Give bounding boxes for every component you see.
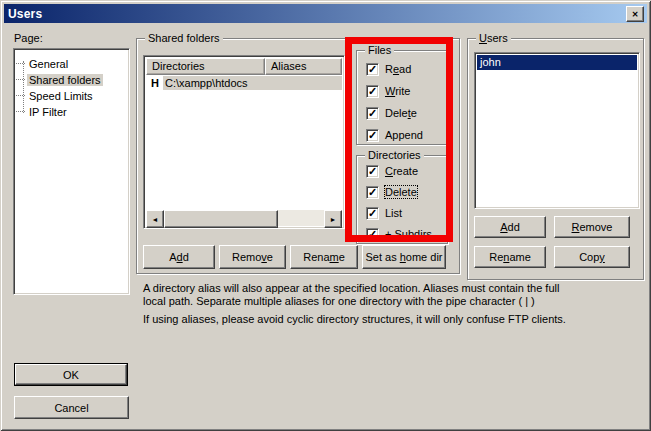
- close-icon: ✕: [632, 10, 639, 19]
- horizontal-scrollbar[interactable]: ◄ ►: [146, 210, 342, 226]
- add-directory-button[interactable]: Add: [143, 245, 215, 269]
- scrollbar-track[interactable]: [278, 210, 324, 226]
- tree-item-speed-limits[interactable]: Speed Limits: [16, 88, 95, 103]
- users-listbox: john: [474, 52, 640, 209]
- users-dialog: Users ✕ Page: General Shared folders Spe…: [0, 0, 651, 431]
- directory-row[interactable]: H C:\xampp\htdocs: [146, 75, 342, 91]
- users-group-caption: Users: [476, 32, 511, 44]
- ok-button-default-border: OK: [14, 363, 128, 386]
- page-tree: General Shared folders Speed Limits IP F…: [13, 48, 130, 295]
- set-as-home-dir-button[interactable]: Set as home dir: [362, 245, 446, 269]
- tree-connector: [16, 95, 25, 96]
- tree-connector: [16, 63, 25, 64]
- title-bar[interactable]: Users ✕: [4, 4, 647, 23]
- column-header-directories[interactable]: Directories: [146, 58, 265, 75]
- tree-item-general[interactable]: General: [16, 56, 70, 71]
- user-item-john[interactable]: john: [477, 55, 637, 70]
- tree-item-shared-folders[interactable]: Shared folders: [16, 72, 103, 87]
- rename-directory-button[interactable]: Rename: [290, 245, 358, 269]
- home-dir-flag: H: [149, 77, 161, 89]
- close-button[interactable]: ✕: [626, 6, 644, 22]
- remove-user-button[interactable]: Remove: [554, 216, 630, 238]
- tree-connector: [16, 79, 25, 80]
- alias-note-paragraph-2: If using aliases, please avoid cyclic di…: [143, 313, 567, 326]
- cancel-button[interactable]: Cancel: [14, 396, 129, 419]
- tree-connector: [16, 111, 25, 112]
- add-user-button[interactable]: Add: [474, 216, 546, 238]
- directories-list: Directories Aliases H C:\xampp\htdocs ◄ …: [143, 55, 345, 229]
- directory-path-cell: C:\xampp\htdocs: [163, 76, 342, 90]
- arrow-right-icon: ►: [330, 216, 337, 223]
- annotation-rectangle: [345, 37, 453, 242]
- alias-note-paragraph-1: A directory alias will also appear at th…: [143, 282, 567, 308]
- rename-user-button[interactable]: Rename: [474, 246, 546, 268]
- ok-button[interactable]: OK: [15, 364, 127, 385]
- scrollbar-thumb[interactable]: [164, 210, 278, 228]
- remove-directory-button[interactable]: Remove: [219, 245, 286, 269]
- column-header-aliases[interactable]: Aliases: [265, 58, 342, 75]
- shared-folders-caption: Shared folders: [145, 32, 223, 44]
- tree-item-ip-filter[interactable]: IP Filter: [16, 104, 69, 119]
- alias-notes: A directory alias will also appear at th…: [143, 282, 567, 326]
- list-header: Directories Aliases: [146, 58, 342, 75]
- scroll-left-button[interactable]: ◄: [146, 210, 164, 228]
- scroll-right-button[interactable]: ►: [324, 210, 342, 228]
- copy-user-button[interactable]: Copy: [554, 246, 630, 268]
- arrow-left-icon: ◄: [152, 216, 159, 223]
- window-title: Users: [4, 7, 42, 21]
- page-label: Page:: [14, 32, 43, 44]
